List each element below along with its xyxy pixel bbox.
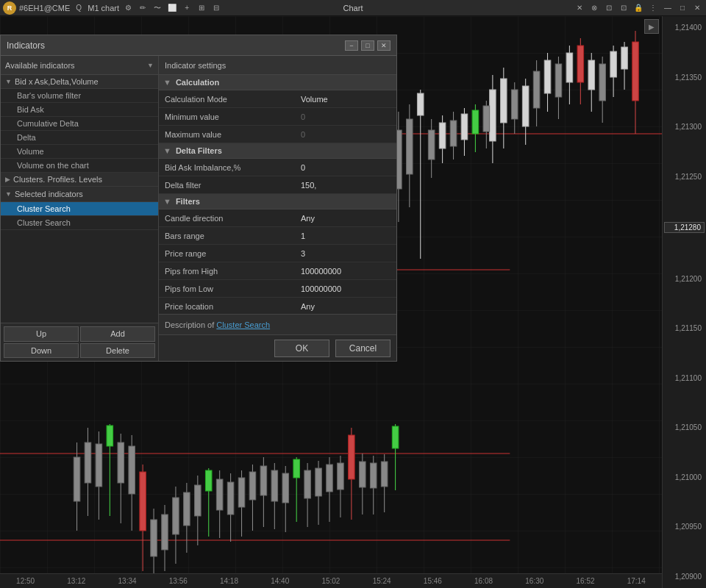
tree-group-bid-ask[interactable]: ▼ Bid x Ask,Delta,Volume	[1, 75, 158, 89]
settings-row-delta-filter: Delta filter 150,	[159, 176, 396, 194]
filters-section-label: Filters	[176, 197, 200, 206]
draw-icon[interactable]: ✏	[137, 2, 149, 14]
dialog-close-button[interactable]: ✕	[377, 40, 391, 51]
tree-item-volume[interactable]: Volume	[1, 145, 158, 159]
app-logo-icon[interactable]: R	[3, 1, 16, 15]
rect-icon[interactable]: ⬜	[166, 2, 178, 14]
price-label: 1,21100	[664, 374, 705, 382]
svg-rect-78	[216, 479, 223, 510]
settings-row-bars-range: Bars range 1	[159, 227, 396, 245]
tree-item-bars-volume[interactable]: Bar's volume filter	[1, 89, 158, 103]
svg-rect-8	[501, 79, 507, 123]
tree-group-label2: Clusters. Profiles. Levels	[13, 175, 102, 184]
expand-icon[interactable]: ▶	[644, 19, 659, 34]
delta-filter-value[interactable]: 150,	[295, 178, 396, 193]
time-label: 13:12	[67, 577, 85, 585]
svg-rect-30	[621, 47, 628, 69]
svg-rect-10	[511, 90, 518, 119]
price-label: 1,21200	[664, 275, 705, 283]
calc-mode-value[interactable]: Volume	[295, 92, 396, 107]
max-value-value[interactable]: 0	[295, 127, 396, 142]
tree-group-arrow2: ▶	[5, 176, 10, 183]
line-icon[interactable]: 〜	[151, 2, 163, 14]
pin-icon[interactable]: ✕	[574, 2, 585, 14]
lock-icon[interactable]: 🔒	[632, 2, 644, 14]
available-indicators-label: Available indicators	[5, 61, 75, 70]
dialog-minimize-button[interactable]: −	[345, 40, 358, 51]
more-icon[interactable]: ⋮	[647, 2, 659, 14]
window-close-icon[interactable]: ✕	[691, 2, 703, 14]
svg-rect-24	[588, 60, 595, 90]
delta-filter-label: Delta filter	[159, 178, 295, 193]
svg-rect-100	[338, 463, 344, 490]
ok-button[interactable]: OK	[274, 340, 329, 357]
tree-item-delta[interactable]: Delta	[1, 131, 158, 145]
svg-rect-12	[522, 86, 529, 126]
view-icon[interactable]: ⊞	[196, 2, 207, 14]
dialog-maximize-button[interactable]: □	[361, 40, 374, 51]
screenshot-icon[interactable]: ⊡	[603, 2, 615, 14]
settings-header: Indicator settings	[159, 56, 396, 75]
svg-rect-60	[118, 442, 124, 483]
pips-low-value[interactable]: 100000000	[295, 282, 396, 296]
price-range-value[interactable]: 3	[295, 246, 396, 261]
bars-range-value[interactable]: 1	[295, 229, 396, 243]
indicator-list-panel: Available indicators ▼ ▼ Bid x Ask,Delta…	[1, 56, 159, 361]
min-value-value[interactable]: 0	[295, 110, 396, 124]
tree-item-bid-ask[interactable]: Bid Ask	[1, 103, 158, 117]
tree-item-cluster-search-1[interactable]: Cluster Search	[1, 202, 158, 216]
grid-icon[interactable]: ⊟	[210, 2, 222, 14]
tree-group-clusters[interactable]: ▶ Clusters. Profiles. Levels	[1, 173, 158, 187]
cancel-button[interactable]: Cancel	[335, 340, 391, 357]
add-button[interactable]: Add	[80, 326, 155, 342]
price-location-label: Price location	[159, 299, 295, 314]
svg-rect-52	[74, 457, 80, 501]
plus-icon[interactable]: +	[181, 2, 193, 14]
tree-item-volume-chart[interactable]: Volume on the chart	[1, 159, 158, 173]
search-icon[interactable]: Q	[73, 2, 85, 14]
price-axis: 1,21400 1,21350 1,21300 1,21250 1,21280 …	[662, 16, 706, 588]
price-label: 1,21150	[664, 324, 705, 332]
svg-rect-46	[461, 114, 468, 140]
minimize-icon[interactable]: —	[662, 2, 674, 14]
settings-table: ▼ Calculation Calculation Mode Volume Mi…	[159, 75, 396, 314]
delta-collapse-arrow: ▼	[163, 146, 171, 155]
svg-rect-84	[249, 472, 256, 500]
price-range-label: Price range	[159, 246, 295, 261]
down-button[interactable]: Down	[4, 343, 79, 359]
tree-item-cumulative-delta[interactable]: Cumulative Delta	[1, 117, 158, 131]
settings-row-min-value: Minimum value 0	[159, 108, 396, 126]
candle-dir-value[interactable]: Any	[295, 211, 396, 226]
price-label: 1,21250	[664, 173, 705, 181]
svg-rect-102	[349, 435, 355, 479]
svg-rect-94	[304, 470, 311, 498]
settings-row-price-range: Price range 3	[159, 245, 396, 262]
link-icon[interactable]: ⊗	[588, 2, 600, 14]
bars-range-label: Bars range	[159, 229, 295, 243]
up-button[interactable]: Up	[4, 326, 79, 342]
svg-rect-16	[544, 60, 551, 93]
pips-high-label: Pips from High	[159, 264, 295, 279]
price-location-value[interactable]: Any	[295, 299, 396, 314]
filters-section-header[interactable]: ▼ Filters	[159, 194, 396, 209]
svg-rect-20	[566, 53, 573, 82]
pips-high-value[interactable]: 100000000	[295, 264, 396, 279]
svg-rect-62	[129, 446, 135, 494]
panel-header-arrow[interactable]: ▼	[147, 62, 154, 69]
settings-icon[interactable]: ⚙	[122, 2, 134, 14]
tree-item-cluster-search-2[interactable]: Cluster Search	[1, 216, 158, 230]
description-link[interactable]: Cluster Search	[216, 320, 270, 329]
svg-rect-50	[483, 106, 490, 132]
svg-rect-36	[407, 119, 413, 174]
calculation-section-header[interactable]: ▼ Calculation	[159, 75, 396, 90]
delta-filters-section-header[interactable]: ▼ Delta Filters	[159, 143, 396, 159]
maximize-icon[interactable]: □	[677, 2, 688, 14]
time-axis: 12:50 13:12 13:34 13:56 14:18 14:40 15:0…	[0, 573, 662, 588]
chart-title: Chart	[343, 4, 363, 12]
description-bar: Description of Cluster Search	[159, 314, 396, 334]
clone-icon[interactable]: ⊡	[618, 2, 630, 14]
delete-button[interactable]: Delete	[80, 343, 155, 359]
settings-row-bid-ask-imbalance: Bid Ask Imbalance,% 0	[159, 159, 396, 176]
bid-ask-imbalance-value[interactable]: 0	[295, 160, 396, 175]
pips-low-label: Pips fom Low	[159, 282, 295, 296]
